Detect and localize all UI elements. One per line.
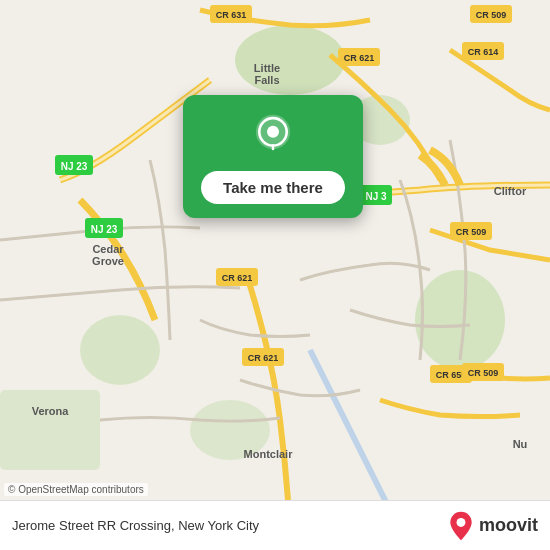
location-pin-icon (249, 113, 297, 161)
svg-text:CR 509: CR 509 (468, 368, 499, 378)
svg-text:Verona: Verona (32, 405, 70, 417)
svg-text:NJ 23: NJ 23 (91, 224, 118, 235)
svg-text:Grove: Grove (92, 255, 124, 267)
svg-rect-5 (0, 390, 100, 470)
svg-text:CR 621: CR 621 (222, 273, 253, 283)
svg-text:Falls: Falls (254, 74, 279, 86)
moovit-brand-text: moovit (479, 515, 538, 536)
moovit-logo: moovit (447, 510, 538, 542)
svg-text:NJ 3: NJ 3 (365, 191, 387, 202)
svg-point-3 (80, 315, 160, 385)
svg-text:Montclair: Montclair (244, 448, 294, 460)
svg-text:CR 655: CR 655 (436, 370, 467, 380)
svg-point-1 (235, 25, 345, 95)
svg-point-41 (267, 126, 279, 138)
svg-text:CR 614: CR 614 (468, 47, 499, 57)
svg-text:Cliftor: Cliftor (494, 185, 527, 197)
svg-text:CR 621: CR 621 (248, 353, 279, 363)
svg-text:CR 509: CR 509 (476, 10, 507, 20)
moovit-pin-icon (447, 510, 475, 542)
location-text: Jerome Street RR Crossing, New York City (12, 518, 447, 533)
take-me-there-button[interactable]: Take me there (201, 171, 345, 204)
svg-text:CR 631: CR 631 (216, 10, 247, 20)
svg-point-42 (457, 518, 466, 527)
map-container: NJ 23 NJ 23 NJ 3 CR 631 CR 509 CR 614 CR… (0, 0, 550, 500)
svg-text:Cedar: Cedar (92, 243, 124, 255)
svg-text:CR 621: CR 621 (344, 53, 375, 63)
popup-card: Take me there (183, 95, 363, 218)
svg-text:CR 509: CR 509 (456, 227, 487, 237)
svg-text:Nu: Nu (513, 438, 528, 450)
svg-text:NJ 23: NJ 23 (61, 161, 88, 172)
osm-credit: © OpenStreetMap contributors (4, 483, 148, 496)
bottom-bar: Jerome Street RR Crossing, New York City… (0, 500, 550, 550)
svg-text:Little: Little (254, 62, 280, 74)
